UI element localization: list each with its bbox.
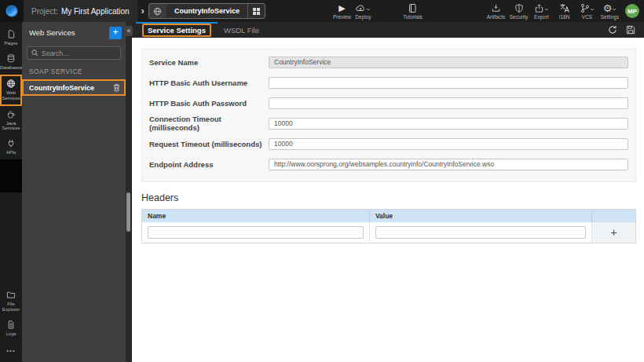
headers-section-title: Headers: [141, 192, 636, 203]
service-search[interactable]: [27, 46, 121, 60]
collapse-panel-button[interactable]: «: [125, 26, 133, 36]
trash-icon[interactable]: [113, 83, 120, 92]
endpoint-address-label: Endpoint Address: [149, 160, 269, 169]
service-list-item-countryinfoservice[interactable]: CountryInfoService: [22, 79, 126, 96]
folder-icon: [6, 290, 16, 300]
header-name-input[interactable]: [148, 226, 364, 239]
coffee-cup-icon: [6, 109, 16, 119]
service-name-field: [269, 57, 628, 68]
sidebar-item-databases[interactable]: Databases: [0, 50, 22, 75]
settings-button[interactable]: ⚙ Settings: [598, 3, 621, 20]
headers-table: Name Value +: [141, 209, 636, 243]
connection-timeout-field[interactable]: [269, 118, 628, 130]
shield-icon: [514, 3, 524, 13]
gear-icon: ⚙: [603, 3, 613, 13]
sidebar-item-pages[interactable]: Pages: [0, 26, 22, 50]
request-timeout-field[interactable]: [269, 138, 628, 150]
tab-wsdl-file[interactable]: WSDL File: [218, 22, 265, 38]
branch-icon: [580, 3, 590, 13]
preview-button[interactable]: ▶ Preview: [331, 3, 353, 20]
auth-username-label: HTTP Basic Auth Username: [149, 79, 269, 87]
breadcrumb-chevron-icon: ›: [141, 5, 145, 16]
project-name: My First Application: [61, 7, 130, 16]
tab-wsdl-file-label: WSDL File: [224, 26, 259, 35]
topbar-right-actions: Artifacts Security Export I18N: [485, 3, 621, 20]
endpoint-address-field[interactable]: [269, 159, 628, 170]
service-settings-content: Service Name HTTP Basic Auth Username HT…: [132, 38, 644, 362]
save-button[interactable]: [626, 25, 635, 35]
export-label: Export: [534, 14, 549, 20]
plug-icon: [6, 138, 16, 148]
app-logo[interactable]: [0, 0, 24, 22]
sidebar-item-label: Java Services: [0, 121, 22, 132]
app-window: Project: My First Application › CountryI…: [0, 0, 644, 362]
divider-scrollbar-thumb[interactable]: [126, 192, 130, 232]
tab-service-settings-label: Service Settings: [142, 24, 211, 37]
vcs-button[interactable]: VCS: [576, 3, 598, 20]
i18n-button[interactable]: I18N: [553, 3, 576, 20]
project-breadcrumb: Project: My First Application: [24, 0, 137, 22]
deploy-button[interactable]: Deploy: [353, 3, 374, 20]
headers-table-head: Name Value: [142, 210, 635, 222]
user-avatar[interactable]: MP: [625, 4, 639, 18]
tab-service-settings[interactable]: Service Settings: [136, 22, 218, 38]
form-row-service-name: Service Name: [149, 52, 628, 72]
cloud-upload-icon: [355, 3, 366, 13]
sidebar-item-label: Web Services: [2, 90, 20, 101]
artifacts-label: Artifacts: [487, 14, 505, 20]
i18n-label: I18N: [559, 14, 570, 20]
export-button[interactable]: Export: [530, 3, 553, 20]
search-icon: [31, 49, 38, 57]
project-label: Project:: [31, 7, 58, 16]
service-name-label: Service Name: [149, 58, 269, 67]
book-icon: [408, 3, 417, 13]
sidebar-item-apis[interactable]: APIs: [0, 135, 22, 159]
sidebar-item-file-explorer[interactable]: File Explorer: [0, 287, 22, 316]
artifacts-button[interactable]: Artifacts: [485, 3, 507, 20]
log-file-icon: [6, 320, 16, 330]
export-icon: [534, 3, 544, 13]
tabbar-actions: [608, 22, 644, 38]
add-service-button[interactable]: +: [109, 27, 122, 39]
web-services-panel: Web Services + SOAP SERVICE CountryInfoS…: [22, 22, 126, 362]
service-settings-form: Service Name HTTP Basic Auth Username HT…: [141, 49, 636, 182]
sidebar-item-logs[interactable]: Logs: [0, 316, 22, 341]
tutorials-label: Tutorials: [403, 14, 423, 20]
play-icon: ▶: [338, 3, 345, 13]
tutorials-button[interactable]: Tutorials: [402, 3, 423, 20]
auth-password-field[interactable]: [269, 97, 628, 109]
topbar: Project: My First Application › CountryI…: [0, 0, 644, 22]
service-tabbar: Service Settings WSDL File: [132, 22, 644, 38]
sidebar-item-label: APIs: [6, 150, 16, 155]
form-row-auth-username: HTTP Basic Auth Username: [149, 72, 628, 93]
database-icon: [6, 53, 16, 64]
panel-header: Web Services +: [22, 22, 126, 43]
security-button[interactable]: Security: [507, 3, 530, 20]
header-value-input[interactable]: [375, 226, 586, 239]
header-col-value: Value: [369, 210, 591, 222]
headers-table-row: +: [142, 222, 635, 243]
form-row-connection-timeout: Connection Timeout (milliseconds): [149, 113, 628, 133]
sidebar-item-java-services[interactable]: Java Services: [0, 106, 22, 136]
add-header-button[interactable]: +: [591, 222, 635, 243]
sidebar-more-icon[interactable]: •••: [6, 341, 15, 362]
page-icon: [6, 29, 16, 39]
refresh-button[interactable]: [608, 25, 617, 35]
auth-username-field[interactable]: [269, 77, 628, 89]
topbar-left-actions: ▶ Preview Deploy Tutorials: [331, 3, 423, 20]
deploy-caret-icon: [366, 3, 371, 13]
sidebar-item-label: Pages: [4, 41, 17, 46]
vcs-label: VCS: [582, 14, 592, 20]
wavemaker-logo-icon: [5, 5, 18, 17]
open-service-tab[interactable]: CountryInfoService: [148, 3, 265, 19]
settings-caret-icon: [612, 3, 617, 13]
download-tray-icon: [491, 3, 501, 13]
search-input[interactable]: [42, 49, 116, 57]
form-row-request-timeout: Request Timeout (milliseconds): [149, 133, 628, 154]
form-row-auth-password: HTTP Basic Auth Password: [149, 93, 628, 113]
sidebar-section-divider: [0, 159, 22, 192]
dashboard-grid-icon[interactable]: [247, 3, 265, 19]
sidebar-item-web-services[interactable]: Web Services: [0, 75, 22, 106]
service-list-item-label: CountryInfoService: [29, 84, 113, 92]
header-col-action: [591, 210, 635, 222]
